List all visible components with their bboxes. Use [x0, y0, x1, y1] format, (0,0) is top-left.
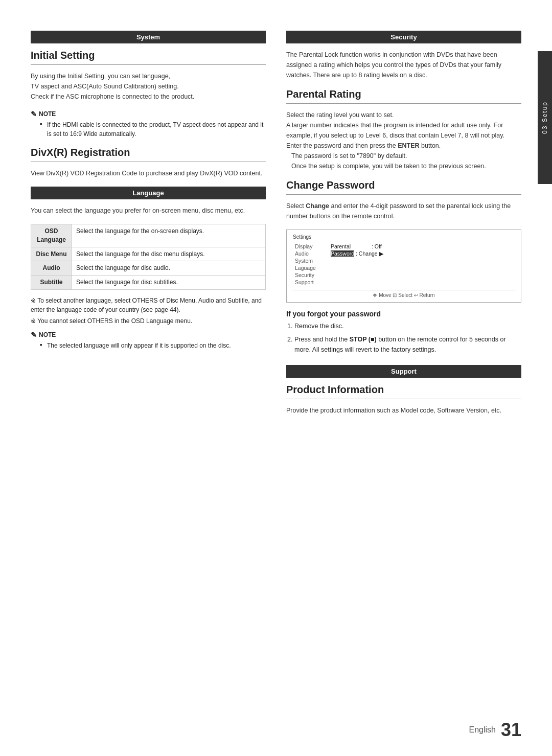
lang-desc-subtitle: Select the language for disc subtitles. [72, 276, 266, 290]
lang-label-disc: Disc Menu [31, 247, 72, 261]
star-note-1: ※ To select another language, select OTH… [31, 296, 266, 314]
mock-title: Settings [293, 234, 515, 240]
parental-rating-title: Parental Rating [286, 88, 521, 104]
mock-row-system: System [293, 257, 515, 264]
lang-note-content: The selected language will only appear i… [40, 341, 266, 350]
lang-label-audio: Audio [31, 261, 72, 276]
language-table: OSDLanguage Select the language for the … [31, 224, 266, 290]
divxr-section: DivX(R) Registration View DivX(R) VOD Re… [31, 147, 266, 178]
table-row: Disc Menu Select the language for the di… [31, 247, 266, 261]
lang-desc-osd: Select the language for the on-screen di… [72, 224, 266, 247]
language-star-notes: ※ To select another language, select OTH… [31, 296, 266, 326]
mock-highlighted-row: Password [331, 250, 354, 257]
lang-label-subtitle: Subtitle [31, 276, 72, 290]
product-info-title: Product Information [286, 384, 521, 399]
table-row: OSDLanguage Select the language for the … [31, 224, 266, 247]
lang-desc-audio: Select the language for disc audio. [72, 261, 266, 276]
page-container: 03 Setup System Initial Setting By using… [0, 0, 552, 756]
forgot-password-steps: Remove the disc. Press and hold the STOP… [294, 321, 521, 355]
mock-row-laguage: Laguage [293, 264, 515, 271]
parental-rating-section: Parental Rating Select the rating level … [286, 88, 521, 171]
language-intro: You can select the language you prefer f… [31, 205, 266, 216]
enter-bold: ENTER [398, 142, 419, 149]
mock-nav: ❖ Move ⊡ Select ↩ Return [293, 290, 515, 298]
note-label: ✎ NOTE [31, 110, 266, 118]
forgot-password-title: If you forgot your password [286, 310, 521, 318]
initial-setting-body: By using the Initial Setting, you can se… [31, 71, 266, 102]
forgot-password-section: If you forgot your password Remove the d… [286, 310, 521, 355]
parental-enter-text: Enter the password and then press the EN… [286, 141, 521, 151]
note-item: If the HDMI cable is connected to the pr… [40, 120, 266, 139]
mock-row-display: Display Parental : Off [293, 243, 515, 250]
step-1: Remove the disc. [294, 321, 521, 331]
left-column: System Initial Setting By using the Init… [31, 31, 266, 424]
note-icon: ✎ [31, 110, 37, 118]
change-password-title: Change Password [286, 179, 521, 195]
note-content: If the HDMI cable is connected to the pr… [40, 120, 266, 139]
language-header: Language [31, 187, 266, 199]
security-header: Security [286, 31, 521, 43]
lang-label-osd: OSDLanguage [31, 224, 72, 247]
parental-rating-body: Select the rating level you want to set.… [286, 110, 521, 171]
star-note-2: ※ You cannot select OTHERS in the OSD La… [31, 316, 266, 326]
change-bold: Change [306, 202, 329, 210]
table-row: Subtitle Select the language for disc su… [31, 276, 266, 290]
table-row: Audio Select the language for disc audio… [31, 261, 266, 276]
note-label-lang: ✎ NOTE [31, 331, 266, 339]
two-column-layout: System Initial Setting By using the Init… [31, 31, 521, 424]
bottom-bar: English 31 [469, 719, 521, 741]
parental-complete: Once the setup is complete, you will be … [286, 161, 521, 171]
initial-setting-title: Initial Setting [31, 50, 266, 65]
product-info-body: Provide the product information such as … [286, 405, 521, 416]
lang-note-item: The selected language will only appear i… [40, 341, 266, 350]
initial-setting-section: Initial Setting By using the Initial Set… [31, 50, 266, 139]
mock-table: Display Parental : Off Audio Password : … [293, 243, 515, 286]
lang-desc-disc: Select the language for the disc menu di… [72, 247, 266, 261]
english-label: English [469, 725, 495, 735]
divxr-title: DivX(R) Registration [31, 147, 266, 162]
product-info-section: Product Information Provide the product … [286, 384, 521, 416]
stop-bold: STOP (■) [350, 336, 377, 343]
divxr-body: View DivX(R) VOD Registration Code to pu… [31, 168, 266, 178]
mock-row-support: Support [293, 279, 515, 286]
note-icon-lang: ✎ [31, 331, 37, 339]
parental-default: The password is set to "7890" by default… [286, 151, 521, 161]
step-2: Press and hold the STOP (■) button on th… [294, 334, 521, 355]
side-tab: 03 Setup [538, 51, 552, 184]
mock-row-security: Security [293, 271, 515, 279]
mock-row-audio: Audio Password : Change ▶ [293, 250, 515, 257]
page-number: 31 [501, 719, 521, 741]
initial-setting-note: ✎ NOTE If the HDMI cable is connected to… [31, 110, 266, 139]
right-column: Security The Parental Lock function work… [286, 31, 521, 424]
support-header: Support [286, 365, 521, 378]
system-header: System [31, 31, 266, 43]
side-tab-text: 03 Setup [541, 101, 548, 134]
language-section: You can select the language you prefer f… [31, 205, 266, 350]
change-password-body: Select Change and enter the 4-digit pass… [286, 201, 521, 221]
settings-mockup: Settings Display Parental : Off Audio Pa… [286, 230, 521, 303]
security-intro: The Parental Lock function works in conj… [286, 50, 521, 80]
change-password-section: Change Password Select Change and enter … [286, 179, 521, 221]
language-note: ✎ NOTE The selected language will only a… [31, 331, 266, 350]
